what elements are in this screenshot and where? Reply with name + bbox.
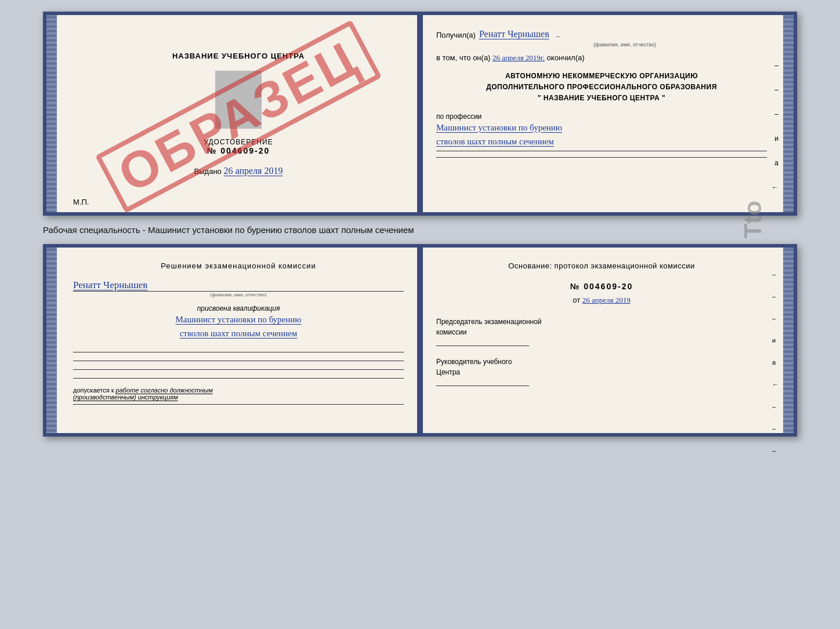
bottom-right-char-a: а — [772, 359, 779, 366]
org-line3: " НАЗВАНИЕ УЧЕБНОГО ЦЕНТРА " — [436, 93, 767, 104]
dopuskaetsya-block: допускается к работе согласно должностны… — [73, 387, 404, 405]
prisvoena-block: присвоена квалификация Машинист установк… — [73, 304, 404, 340]
cert-center-name: НАЗВАНИЕ УЧЕБНОГО ЦЕНТРА — [172, 52, 305, 60]
bottom-right-binding-strip — [783, 248, 794, 433]
ot-prefix: от — [573, 296, 580, 304]
instruktsii-text: (производственным) инструкциям — [73, 394, 178, 401]
right-char-arrow: ← — [772, 183, 779, 191]
right-dash-1: – — [774, 61, 779, 70]
predsedatel-line2: комиссии — [436, 327, 767, 337]
bottom-right-char-arrow: ← — [772, 381, 779, 388]
rukovoditel-line1: Руководитель учебного — [436, 357, 767, 367]
vibdano-line: Выдано 26 апреля 2019 — [194, 166, 283, 176]
rabota-text: работе согласно должностным — [116, 387, 213, 394]
org-block: АВТОНОМНУЮ НЕКОММЕРЧЕСКУЮ ОРГАНИЗАЦИЮ ДО… — [436, 71, 767, 104]
rukovoditel-line2: Центра — [436, 367, 767, 377]
rukovoditel-block: Руководитель учебного Центра — [436, 357, 767, 386]
right-binding-strip — [783, 15, 794, 212]
tto-side-text: Tto — [739, 201, 767, 238]
profession-line2: стволов шахт полным сечением — [436, 134, 767, 148]
udostoverenie-number: № 004609-20 — [204, 146, 273, 155]
bottom-right-dash-4: – — [772, 403, 779, 410]
bottom-certificate-book: Решением экзаменационной комиссии Ренатт… — [43, 244, 797, 437]
profession-line1: Машинист установки по бурению — [436, 121, 767, 134]
bottom-cert-left-page: Решением экзаменационной комиссии Ренатт… — [57, 248, 420, 433]
bottom-right-dash-3: – — [772, 315, 779, 322]
left-binding-strip — [46, 15, 57, 212]
bottom-signature-lines — [73, 352, 404, 379]
protocol-number: № 004609-20 — [436, 282, 767, 291]
bottom-profession-line1: Машинист установки по бурению — [73, 312, 404, 326]
top-certificate-book: НАЗВАНИЕ УЧЕБНОГО ЦЕНТРА УДОСТОВЕРЕНИЕ №… — [43, 12, 797, 216]
rukovoditel-sig-line — [436, 386, 529, 386]
predsedatel-block: Председатель экзаменационной комиссии — [436, 317, 767, 346]
top-cert-left-page: НАЗВАНИЕ УЧЕБНОГО ЦЕНТРА УДОСТОВЕРЕНИЕ №… — [57, 15, 420, 212]
bottom-right-dash-5: – — [772, 425, 779, 432]
top-cert-right-page: Получил(а) Ренатт Чернышев – (фамилия, и… — [420, 15, 783, 212]
bottom-right-dash-2: – — [772, 293, 779, 300]
bottom-right-dash-6: – — [772, 447, 779, 454]
vibdano-label: Выдано — [194, 167, 222, 176]
right-char-i: и — [774, 134, 779, 143]
okonchil-label: окончил(а) — [547, 53, 585, 62]
predsedatel-sig-line — [436, 346, 529, 346]
recipient-fio: Ренатт Чернышев — [479, 29, 549, 39]
bottom-fio-hint: (фамилия, имя, отчество) — [73, 292, 404, 297]
udostoverenie-label: УДОСТОВЕРЕНИЕ — [204, 138, 273, 146]
org-line1: АВТОНОМНУЮ НЕКОММЕРЧЕСКУЮ ОРГАНИЗАЦИЮ — [436, 71, 767, 82]
resheniem-title: Решением экзаменационной комиссии — [73, 261, 404, 270]
bottom-recipient-fio: Ренатт Чернышев — [73, 279, 147, 290]
bottom-cert-right-page: Основание: протокол экзаменационной коми… — [420, 248, 783, 433]
mp-label: М.П. — [73, 198, 89, 206]
right-side-dashes: – – – и а ← — [772, 61, 779, 191]
po-professii-label: по профессии — [436, 112, 767, 121]
protocol-date: от 26 апреля 2019 — [436, 296, 767, 305]
right-dash-3: – — [774, 110, 779, 118]
vtom-prefix: в том, что он(а) — [436, 53, 490, 62]
photo-placeholder — [215, 71, 262, 129]
osnovanie-title: Основание: протокол экзаменационной коми… — [436, 261, 767, 270]
bottom-profession-line2: стволов шахт полным сечением — [73, 326, 404, 340]
vtom-line: в том, что он(а) 26 апреля 2019г. окончи… — [436, 53, 767, 63]
dopuskaetsya-label: допускается к — [73, 387, 114, 394]
sig-line-1 — [73, 352, 404, 352]
po-professii-block: по профессии Машинист установки по бурен… — [436, 112, 767, 158]
poluchil-label: Получил(а) — [436, 31, 476, 39]
bottom-right-dash-1: – — [772, 271, 779, 278]
fio-hint-top: (фамилия, имя, отчество) — [483, 42, 767, 48]
bottom-fio: Ренатт Чернышев (фамилия, имя, отчество) — [73, 279, 404, 297]
poluchil-line: Получил(а) Ренатт Чернышев – — [436, 29, 767, 39]
bottom-left-binding-strip — [46, 248, 57, 433]
predsedatel-line1: Председатель экзаменационной — [436, 317, 767, 327]
protocol-date-value: 26 апреля 2019 — [582, 296, 631, 304]
bottom-right-char-i: и — [772, 337, 779, 344]
bottom-right-side-marks: – – – и а ← – – – — [772, 271, 779, 454]
udostoverenie-box: УДОСТОВЕРЕНИЕ № 004609-20 — [204, 138, 273, 155]
sig-line-4 — [73, 378, 404, 379]
fio-dash: – — [553, 32, 563, 39]
sig-line-3 — [73, 369, 404, 370]
vtom-date: 26 апреля 2019г. — [493, 53, 545, 62]
sig-line-2 — [73, 361, 404, 361]
right-dash-2: – — [774, 86, 779, 94]
specialty-label: Рабочая специальность - Машинист установ… — [43, 221, 797, 238]
vibdano-date: 26 апреля 2019 — [223, 166, 283, 176]
prisvoena-label: присвоена квалификация — [73, 304, 404, 312]
org-line2: ДОПОЛНИТЕЛЬНОГО ПРОФЕССИОНАЛЬНОГО ОБРАЗО… — [436, 82, 767, 93]
right-char-a: а — [774, 159, 779, 167]
